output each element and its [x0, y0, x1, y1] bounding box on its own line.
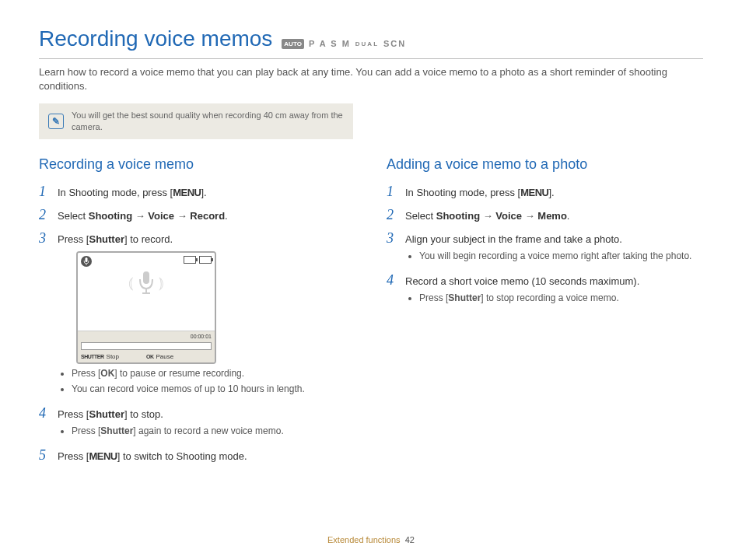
step-3: 3 Press [Shutter] to record. ⦅	[39, 231, 355, 398]
lcd-display-area: ⦅ ⦆	[78, 253, 215, 331]
step-body: Align your subject in the frame and take…	[405, 231, 703, 265]
menu-key: MENU	[520, 187, 548, 198]
text: Press [	[58, 450, 89, 462]
step-body: Select Shooting → Voice → Memo.	[405, 208, 703, 223]
step-4-bullets: Press [Shutter] to stop recording a voic…	[405, 292, 703, 305]
lcd-screenshot: ⦅ ⦆ 00:00:01 SHUTTERStop OK	[76, 251, 216, 364]
step-body: Press [MENU] to switch to Shooting mode.	[58, 448, 355, 464]
sound-wave-icon: ⦅	[128, 271, 134, 293]
arrow-icon: →	[135, 210, 145, 222]
text: ] to switch to Shooting mode.	[117, 450, 247, 462]
text: Record a short voice memo (10 seconds ma…	[405, 275, 639, 287]
menu-path: Memo	[537, 210, 567, 222]
step-number: 4	[387, 273, 399, 289]
step-number: 2	[387, 208, 399, 223]
step-1: 1 In Shooting mode, press [MENU].	[387, 184, 703, 200]
shutter-key: Shutter	[89, 233, 124, 245]
step-number: 1	[39, 184, 51, 200]
step-number: 3	[387, 231, 399, 247]
step-4-bullets: Press [Shutter] again to record a new vo…	[58, 425, 355, 438]
microphone-icon	[81, 256, 92, 267]
text: ] to stop recording a voice memo.	[481, 292, 618, 303]
step-3-bullets: You will begin recording a voice memo ri…	[405, 250, 703, 263]
bullet: Press [Shutter] to stop recording a voic…	[419, 292, 703, 305]
ok-label: OK	[146, 353, 154, 361]
arrow-icon: →	[525, 210, 535, 222]
text: In Shooting mode, press [	[405, 187, 520, 198]
menu-path: Record	[190, 210, 225, 222]
bullet: You will begin recording a voice memo ri…	[419, 250, 703, 263]
shutter-stop: SHUTTERStop	[81, 352, 146, 361]
menu-path: Voice	[148, 210, 174, 222]
svg-rect-0	[86, 257, 88, 262]
text: ] to stop.	[124, 408, 163, 420]
step-1: 1 In Shooting mode, press [MENU].	[39, 184, 355, 200]
text: ] again to record a new voice memo.	[133, 425, 283, 436]
step-number: 2	[39, 208, 51, 223]
right-heading: Adding a voice memo to a photo	[387, 155, 703, 174]
tip-text: You will get the best sound quality when…	[72, 110, 344, 134]
text: ].	[201, 187, 206, 198]
step-number: 5	[39, 448, 51, 464]
text: Press [	[72, 368, 100, 379]
ok-pause: OKPause	[146, 352, 212, 361]
intro-text: Learn how to record a voice memo that yo…	[39, 65, 703, 93]
page-title: Recording voice memos	[39, 23, 272, 54]
text: .	[567, 210, 570, 222]
scn-mode-icon: SCN	[383, 38, 406, 50]
timer: 00:00:01	[191, 333, 212, 341]
note-icon: ✎	[48, 114, 64, 129]
arrow-icon: →	[483, 210, 493, 222]
ok-key: OK	[100, 368, 114, 379]
menu-key: MENU	[173, 187, 201, 198]
text: Select	[405, 210, 436, 222]
shutter-key: Shutter	[448, 292, 481, 303]
mode-icons: AUTO P A S M DUAL SCN	[282, 38, 406, 50]
menu-key: MENU	[89, 450, 117, 462]
left-heading: Recording a voice memo	[39, 155, 355, 174]
text: Press [	[58, 233, 89, 245]
step-4: 4 Press [Shutter] to stop. Press [Shutte…	[39, 406, 355, 440]
button-row: SHUTTERStop OKPause	[81, 352, 212, 361]
large-microphone-icon	[137, 270, 156, 295]
step-body: Press [Shutter] to record. ⦅	[58, 231, 355, 398]
shutter-key: Shutter	[100, 425, 133, 436]
text: Press [	[58, 408, 89, 420]
page-number: 42	[405, 535, 415, 544]
auto-mode-icon: AUTO	[282, 39, 304, 49]
pause-label: Pause	[156, 352, 174, 361]
page-footer: Extended functions 42	[0, 534, 742, 546]
text: Select	[58, 210, 89, 222]
step-number: 4	[39, 406, 51, 422]
step-body: Select Shooting → Voice → Record.	[58, 208, 355, 223]
status-icons	[184, 256, 212, 264]
title-row: Recording voice memos AUTO P A S M DUAL …	[39, 23, 703, 59]
menu-path: Shooting	[89, 210, 132, 222]
time-row: 00:00:01	[81, 333, 212, 341]
right-column: Adding a voice memo to a photo 1 In Shoo…	[387, 155, 703, 471]
left-column: Recording a voice memo 1 In Shooting mod…	[39, 155, 355, 471]
step-2: 2 Select Shooting → Voice → Memo.	[387, 208, 703, 223]
card-icon	[184, 256, 196, 264]
step-3: 3 Align your subject in the frame and ta…	[387, 231, 703, 265]
bullet: Press [OK] to pause or resume recording.	[72, 367, 355, 380]
pasm-modes: P A S M	[309, 38, 351, 50]
step-body: Record a short voice memo (10 seconds ma…	[405, 273, 703, 307]
text: ] to record.	[124, 233, 173, 245]
bullet: Press [Shutter] again to record a new vo…	[72, 425, 355, 438]
step-5: 5 Press [MENU] to switch to Shooting mod…	[39, 448, 355, 464]
step-number: 1	[387, 184, 399, 200]
bullet: You can record voice memos of up to 10 h…	[72, 383, 355, 396]
shutter-label: SHUTTER	[81, 353, 104, 361]
text: ] to pause or resume recording.	[114, 368, 244, 379]
step-3-bullets: Press [OK] to pause or resume recording.…	[58, 367, 355, 396]
sound-wave-icon: ⦆	[159, 271, 164, 293]
svg-rect-2	[143, 271, 149, 284]
text: Press [	[72, 425, 100, 436]
lcd-control-bar: 00:00:01 SHUTTERStop OKPause	[78, 331, 215, 362]
text: .	[225, 210, 228, 222]
text: Press [	[419, 292, 448, 303]
tip-box: ✎ You will get the best sound quality wh…	[39, 103, 353, 140]
menu-path: Voice	[495, 210, 522, 222]
battery-icon	[199, 256, 212, 264]
